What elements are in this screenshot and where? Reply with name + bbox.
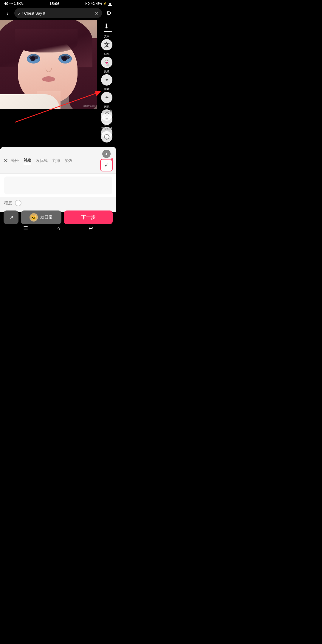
signal-bars: ▪▪▪ xyxy=(10,2,13,5)
toolbar-item-subtitle[interactable]: 自动字幕 ≡ xyxy=(101,109,112,125)
status-right: HD 4G 47% ⚡ ▮ xyxy=(85,2,112,6)
download-button[interactable]: ⬇ xyxy=(104,22,112,32)
subtitle-icon: ≡ xyxy=(105,117,108,122)
hair-tab-hairline[interactable]: 发际线 xyxy=(36,157,48,164)
status-bar: 4G ▪▪▪ 1.8K/s 15:06 HD 4G 47% ⚡ ▮ xyxy=(0,0,116,7)
top-nav: ‹ ♪ r Chest Say It ✕ ⚙ xyxy=(0,7,116,20)
quality-tool-icon[interactable] xyxy=(101,131,112,143)
degree-row: 程度 xyxy=(0,197,116,209)
speed-label: 1.8K/s xyxy=(14,2,23,5)
system-nav: ☰ ⌂ ↩ xyxy=(0,224,116,233)
svg-line-11 xyxy=(109,135,109,135)
subtitle-tool-label: 自动字幕 xyxy=(101,109,112,113)
toolbar-item-text[interactable]: 文字 文 xyxy=(101,35,112,50)
sticker-icon: 👻 xyxy=(103,59,111,66)
share-button[interactable]: ↗ xyxy=(4,210,18,224)
quality-tool-label: 画质增强 xyxy=(101,127,112,131)
network-label: 4G xyxy=(4,2,9,5)
sticker-tool-icon[interactable]: 👻 xyxy=(101,57,112,68)
toolbar-item-effects[interactable]: 特效 ✦ xyxy=(101,87,112,103)
brush-tool-label: 画笔 xyxy=(104,105,109,109)
hair-panel-header: ✕ 蓬松 补发 发际线 刘海 染发 ▲ ✓ xyxy=(0,147,116,174)
bottom-actions: ↗ 🐱 发日常 下一步 xyxy=(0,210,116,224)
hair-tab-fluffy[interactable]: 蓬松 xyxy=(11,157,19,164)
text-tool-label: 文字 xyxy=(104,35,109,38)
music-close-button[interactable]: ✕ xyxy=(95,10,98,16)
toolbar-item-quality[interactable]: 画质增强 xyxy=(101,127,112,143)
settings-button[interactable]: ⚙ xyxy=(104,10,113,17)
home-nav-button[interactable]: ⌂ xyxy=(57,225,60,232)
daily-avatar: 🐱 xyxy=(30,213,38,222)
toolbar-separator xyxy=(103,32,110,32)
effects-tool-icon[interactable]: ✦ xyxy=(101,92,112,103)
sticker-tool-label: 贴纸 xyxy=(104,52,109,56)
check-icon: ✓ xyxy=(104,162,109,168)
hair-tab-dyeing[interactable]: 染发 xyxy=(65,157,73,164)
next-step-label: 下一步 xyxy=(81,214,95,221)
svg-line-10 xyxy=(105,139,105,139)
battery-label: 47% xyxy=(96,2,102,5)
music-pill[interactable]: ♪ r Chest Say It ✕ xyxy=(14,8,102,18)
next-step-button[interactable]: 下一步 xyxy=(64,210,113,224)
main-image: 贝斯特安卓网 xyxy=(0,20,97,109)
below-image-tools: 自动字幕 ≡ 画质增强 xyxy=(97,109,116,143)
hair-panel-content xyxy=(0,174,116,197)
subtitle-tool-icon[interactable]: ≡ xyxy=(101,114,112,125)
app-container: 4G ▪▪▪ 1.8K/s 15:06 HD 4G 47% ⚡ ▮ ‹ ♪ r … xyxy=(0,0,116,233)
challenge-tool-icon[interactable]: ✦ xyxy=(101,74,112,86)
daily-label: 发日常 xyxy=(40,215,53,220)
hair-tabs: 蓬松 补发 发际线 刘海 染发 xyxy=(11,157,97,164)
toolbar-item-sticker[interactable]: 贴纸 👻 xyxy=(101,52,112,68)
text-icon: 文 xyxy=(104,41,110,49)
text-tool-icon[interactable]: 文 xyxy=(101,39,112,50)
time-label: 15:06 xyxy=(49,1,59,6)
post-daily-button[interactable]: 🐱 发日常 xyxy=(21,210,61,224)
back-button[interactable]: ‹ xyxy=(3,10,12,17)
music-title: r Chest Say It xyxy=(22,11,93,16)
up-arrow-icon: ▲ xyxy=(104,151,109,156)
hair-tab-bangs[interactable]: 刘海 xyxy=(52,157,60,164)
hd-label: HD xyxy=(85,2,89,5)
watermark: 贝斯特安卓网 xyxy=(83,105,95,108)
menu-nav-button[interactable]: ☰ xyxy=(23,225,28,232)
challenge-icon: ✦ xyxy=(105,77,109,83)
scroll-up-button[interactable]: ▲ xyxy=(102,150,111,158)
hair-tab-supplement[interactable]: 补发 xyxy=(24,157,31,164)
effects-icon: ✦ xyxy=(105,94,109,101)
hair-panel: ✕ 蓬松 补发 发际线 刘海 染发 ▲ ✓ 程度 xyxy=(0,147,116,212)
music-note-icon: ♪ xyxy=(18,11,20,16)
svg-line-8 xyxy=(105,135,105,135)
network-type: 4G xyxy=(91,2,95,5)
daily-avatar-icon: 🐱 xyxy=(31,215,37,220)
svg-line-9 xyxy=(109,139,109,139)
share-icon: ↗ xyxy=(9,214,13,221)
effects-tool-label: 特效 xyxy=(104,87,109,91)
back-nav-button[interactable]: ↩ xyxy=(89,225,93,232)
charging-icon: ⚡ xyxy=(103,2,107,5)
hair-panel-close-button[interactable]: ✕ xyxy=(4,157,8,164)
confirm-button[interactable]: ✓ xyxy=(100,159,113,171)
download-icon: ⬇ xyxy=(104,22,109,30)
battery-icon: ▮ xyxy=(108,2,112,6)
degree-circle[interactable] xyxy=(15,200,21,206)
degree-label: 程度 xyxy=(4,200,12,206)
status-left: 4G ▪▪▪ 1.8K/s xyxy=(4,2,24,5)
challenge-tool-label: 挑战 xyxy=(104,70,109,74)
quality-icon xyxy=(103,133,110,140)
toolbar-item-challenge[interactable]: 挑战 ✦ xyxy=(101,70,112,86)
